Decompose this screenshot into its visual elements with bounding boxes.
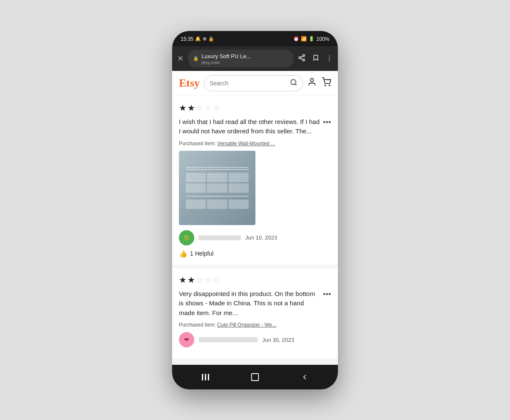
purchased-item-link-2[interactable]: Cute Pill Organizer - We... <box>217 322 276 328</box>
review-text-row-2: Very disappointed in this product. On th… <box>179 289 331 322</box>
svg-point-0 <box>303 54 305 56</box>
img-cell-8 <box>207 200 227 209</box>
img-line-2 <box>186 169 249 170</box>
purchased-label: Purchased item: <box>179 141 216 147</box>
star-4: ☆ <box>204 275 212 285</box>
svg-point-1 <box>299 56 301 59</box>
purchased-item-2: Purchased item: Cute Pill Organizer - We… <box>179 322 331 328</box>
svg-point-7 <box>310 79 313 82</box>
nav-home-button[interactable] <box>246 371 264 383</box>
review-date: Jun 10, 2023 <box>245 234 277 241</box>
more-options-button-2[interactable]: ••• <box>323 290 331 299</box>
nav-line-3 <box>208 374 209 381</box>
svg-line-3 <box>300 58 303 59</box>
bookmark-button[interactable] <box>312 54 319 63</box>
purchased-label-2: Purchased item: <box>179 322 216 328</box>
browser-close-button[interactable]: ✕ <box>177 54 184 63</box>
more-button[interactable]: ⋮ <box>326 54 333 62</box>
thumbs-up-icon[interactable]: 👍 <box>179 250 187 258</box>
star-3: ☆ <box>196 275 204 285</box>
img-line-3 <box>186 196 249 197</box>
stars-row-2: ★ ★ ☆ ☆ ☆ <box>179 275 331 285</box>
review-text-row: I wish that I had read all the other rev… <box>179 117 331 141</box>
star-2: ★ <box>187 103 195 113</box>
status-left: 15:35 🔔 ⊕ 🔒 <box>181 36 214 42</box>
review-card-2: ★ ★ ☆ ☆ ☆ Very disappointed in this prod… <box>172 268 338 359</box>
star-4: ☆ <box>204 103 212 113</box>
img-cell-1 <box>186 173 206 182</box>
bottom-nav <box>172 365 338 389</box>
review-text-2: Very disappointed in this product. On th… <box>179 289 320 318</box>
share-button[interactable] <box>298 54 306 63</box>
reviewer-info-2: ❤ Jun 30, 2023 <box>179 332 331 347</box>
browser-actions: ⋮ <box>298 54 333 63</box>
img-cell-3 <box>229 173 249 182</box>
img-grid-2 <box>186 200 249 209</box>
reviewer-info: 🟢 Jun 10, 2023 <box>179 230 331 245</box>
recent-apps-icon <box>202 374 209 381</box>
star-3: ☆ <box>196 103 204 113</box>
browser-bar: ✕ 🔒 Luxury Soft PU Le... etsy.com ⋮ <box>172 46 338 71</box>
img-grid <box>186 173 249 193</box>
etsy-logo[interactable]: Etsy <box>179 77 200 90</box>
review-card: ★ ★ ☆ ☆ ☆ I wish that I had read all the… <box>172 96 338 265</box>
review-image-content <box>179 151 255 225</box>
svg-rect-10 <box>252 373 259 381</box>
svg-point-9 <box>329 85 330 86</box>
wifi-icon: 📶 <box>301 36 307 42</box>
nav-line-1 <box>202 374 203 381</box>
content-area: ★ ★ ☆ ☆ ☆ I wish that I had read all the… <box>172 96 338 365</box>
status-right: ⏰ 📶 🔋 100% <box>293 36 329 42</box>
user-icon[interactable] <box>307 77 317 89</box>
star-2: ★ <box>187 275 195 285</box>
etsy-header: Etsy <box>172 71 338 96</box>
img-cell-6 <box>229 183 249 193</box>
helpful-count: 1 Helpful <box>190 250 213 257</box>
url-domain: etsy.com <box>201 60 289 65</box>
img-cell-2 <box>207 173 227 182</box>
browser-url-area[interactable]: 🔒 Luxury Soft PU Le... etsy.com <box>188 50 294 68</box>
star-1: ★ <box>179 275 187 285</box>
nav-line-2 <box>205 374 206 381</box>
star-5: ☆ <box>213 275 221 285</box>
url-lock-icon: 🔒 <box>193 56 199 61</box>
sim-icon: ⊕ <box>203 36 207 42</box>
review-text: I wish that I had read all the other rev… <box>179 117 320 136</box>
url-title: Luxury Soft PU Le... <box>201 53 251 59</box>
search-input[interactable] <box>210 80 287 87</box>
avatar-2: ❤ <box>179 332 194 347</box>
more-options-button[interactable]: ••• <box>323 118 331 127</box>
helpful-row: 👍 1 Helpful <box>179 250 331 258</box>
review-date-2: Jun 30, 2023 <box>262 337 294 343</box>
avatar: 🟢 <box>179 230 194 245</box>
star-5: ☆ <box>213 103 221 113</box>
img-cell-4 <box>186 183 206 193</box>
star-1: ★ <box>179 103 187 113</box>
stars-row: ★ ★ ☆ ☆ ☆ <box>179 103 331 113</box>
reviewer-name-blur <box>198 235 241 240</box>
purchased-item: Purchased item: Versatile Wall-Mounted .… <box>179 141 331 147</box>
review-image[interactable] <box>179 151 255 225</box>
reviewer-name-blur-2 <box>198 337 258 342</box>
nav-recent-apps-button[interactable] <box>197 371 214 383</box>
battery-icon: 🔋 <box>309 36 314 42</box>
lock-status-icon: 🔒 <box>208 36 214 42</box>
img-line-1 <box>186 167 249 168</box>
cart-icon[interactable] <box>322 77 331 89</box>
nav-back-button[interactable] <box>296 371 313 383</box>
status-time: 15:35 <box>181 36 193 42</box>
search-icon <box>290 79 298 88</box>
svg-point-8 <box>325 85 326 86</box>
purchased-item-link[interactable]: Versatile Wall-Mounted ... <box>217 141 275 147</box>
img-cell-7 <box>186 200 206 209</box>
svg-line-6 <box>295 84 296 85</box>
search-bar[interactable] <box>204 75 303 91</box>
status-bar: 15:35 🔔 ⊕ 🔒 ⏰ 📶 🔋 100% <box>172 31 338 46</box>
battery-percent: 100% <box>316 36 329 42</box>
notification-icon: 🔔 <box>195 36 201 42</box>
svg-point-2 <box>303 59 305 61</box>
img-cell-5 <box>207 183 227 193</box>
alarm-icon: ⏰ <box>293 36 299 42</box>
img-cell-9 <box>229 200 249 209</box>
svg-line-4 <box>300 56 303 57</box>
